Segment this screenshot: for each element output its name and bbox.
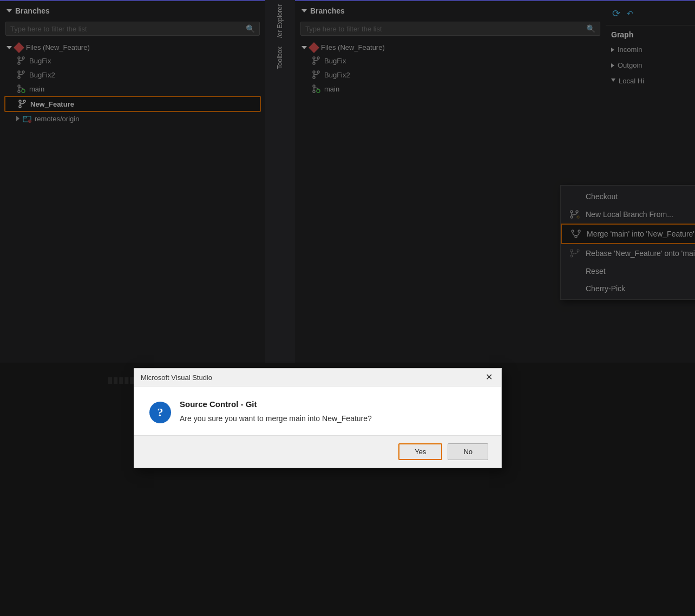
modal-text-section: Source Control - Git Are you sure you wa… bbox=[180, 399, 486, 424]
modal-message: Are you sure you want to merge main into… bbox=[180, 413, 486, 424]
modal-body: ? Source Control - Git Are you sure you … bbox=[134, 386, 501, 435]
question-mark-symbol: ? bbox=[158, 405, 163, 420]
modal-subtitle: Source Control - Git bbox=[180, 399, 486, 409]
modal-yes-button[interactable]: Yes bbox=[398, 443, 442, 460]
modal-titlebar: Microsoft Visual Studio ✕ bbox=[134, 369, 501, 386]
modal-dialog: Microsoft Visual Studio ✕ ? Source Contr… bbox=[134, 368, 502, 468]
modal-footer: Yes No bbox=[134, 435, 501, 468]
question-icon: ? bbox=[149, 402, 171, 423]
modal-title: Microsoft Visual Studio bbox=[141, 373, 212, 382]
modal-overlay: Microsoft Visual Studio ✕ ? Source Contr… bbox=[0, 0, 695, 616]
modal-close-button[interactable]: ✕ bbox=[483, 373, 495, 382]
modal-no-button[interactable]: No bbox=[448, 443, 488, 460]
modal-content-row: ? Source Control - Git Are you sure you … bbox=[149, 399, 486, 424]
